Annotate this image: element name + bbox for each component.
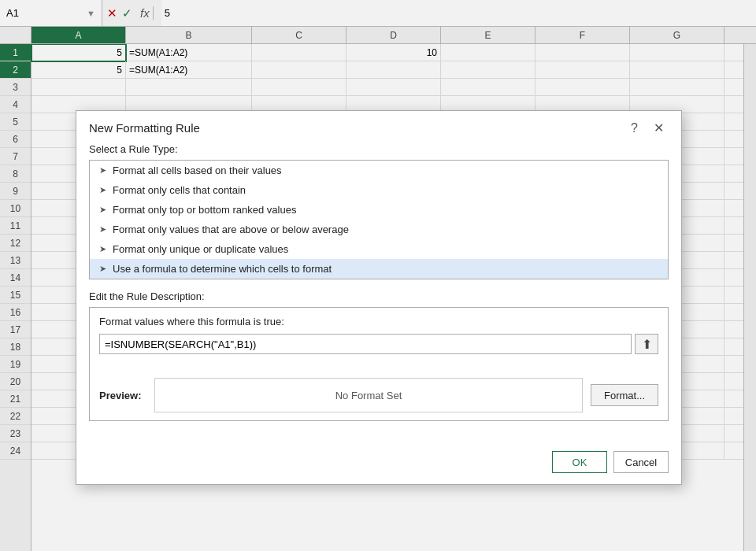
formula-textbox[interactable] bbox=[99, 334, 632, 354]
rule-type-item-3[interactable]: ➤Format only values that are above or be… bbox=[90, 220, 668, 239]
rule-type-label-1: Format only cells that contain bbox=[113, 184, 246, 196]
formula-section: Format values where this formula is true… bbox=[89, 307, 669, 421]
dialog-body: Select a Rule Type: ➤Format all cells ba… bbox=[76, 143, 681, 445]
rule-type-arrow-0: ➤ bbox=[99, 165, 106, 176]
rule-type-list: ➤Format all cells based on their values➤… bbox=[89, 160, 669, 279]
preview-label: Preview: bbox=[99, 390, 146, 401]
formula-input-row: ⬆ bbox=[99, 334, 658, 354]
select-rule-type-label: Select a Rule Type: bbox=[89, 143, 669, 155]
rule-type-item-1[interactable]: ➤Format only cells that contain bbox=[90, 180, 668, 200]
ok-button[interactable]: OK bbox=[552, 451, 607, 473]
format-button[interactable]: Format... bbox=[591, 384, 658, 406]
dialog-title: New Formatting Rule bbox=[89, 121, 200, 135]
formula-upload-button[interactable]: ⬆ bbox=[635, 334, 658, 354]
formula-section-label: Format values where this formula is true… bbox=[99, 316, 658, 327]
new-formatting-rule-dialog: New Formatting Rule ? ✕ Select a Rule Ty… bbox=[76, 110, 682, 485]
preview-row: Preview: No Format Set Format... bbox=[99, 378, 658, 412]
dialog-close-button[interactable]: ✕ bbox=[649, 119, 669, 137]
dialog-titlebar: New Formatting Rule ? ✕ bbox=[76, 111, 681, 143]
rule-type-item-5[interactable]: ➤Use a formula to determine which cells … bbox=[90, 259, 668, 279]
cancel-button[interactable]: Cancel bbox=[613, 451, 669, 473]
preview-text: No Format Set bbox=[335, 390, 402, 401]
rule-type-arrow-2: ➤ bbox=[99, 205, 106, 215]
preview-box: No Format Set bbox=[154, 378, 583, 412]
rule-type-item-4[interactable]: ➤Format only unique or duplicate values bbox=[90, 239, 668, 259]
rule-type-label-4: Format only unique or duplicate values bbox=[113, 243, 288, 255]
dialog-help-button[interactable]: ? bbox=[626, 120, 643, 137]
dialog-overlay: New Formatting Rule ? ✕ Select a Rule Ty… bbox=[0, 0, 756, 551]
rule-type-label-5: Use a formula to determine which cells t… bbox=[113, 263, 332, 275]
rule-type-label-0: Format all cells based on their values bbox=[113, 165, 282, 176]
rule-type-label-2: Format only top or bottom ranked values bbox=[113, 204, 296, 216]
rule-type-arrow-5: ➤ bbox=[99, 264, 106, 274]
dialog-footer: OK Cancel bbox=[76, 445, 681, 484]
rule-type-item-2[interactable]: ➤Format only top or bottom ranked values bbox=[90, 200, 668, 220]
rule-type-arrow-4: ➤ bbox=[99, 244, 106, 254]
edit-rule-description-label: Edit the Rule Description: bbox=[89, 290, 669, 302]
rule-type-label-3: Format only values that are above or bel… bbox=[113, 224, 349, 235]
rule-type-item-0[interactable]: ➤Format all cells based on their values bbox=[90, 161, 668, 180]
rule-type-arrow-1: ➤ bbox=[99, 185, 106, 195]
dialog-titlebar-buttons: ? ✕ bbox=[626, 119, 669, 137]
rule-type-arrow-3: ➤ bbox=[99, 224, 106, 235]
